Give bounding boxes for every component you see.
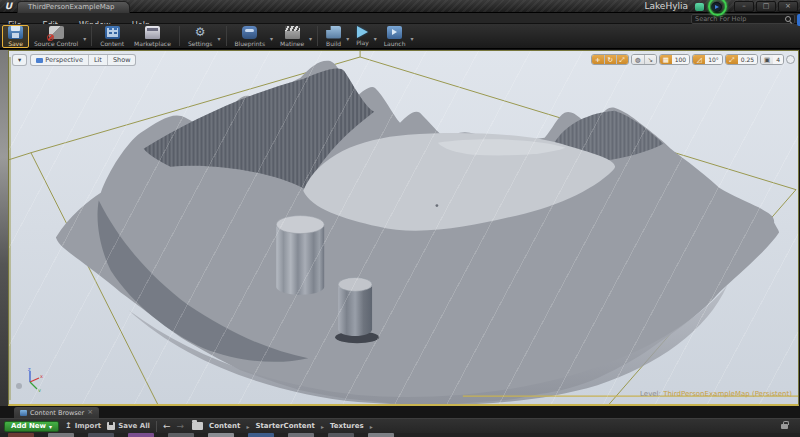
forward-button[interactable]: → <box>176 422 184 431</box>
camera-speed-group: ▣ 4 <box>760 54 784 65</box>
asset-thumbnail[interactable] <box>48 433 74 437</box>
save-all-button[interactable]: Save All <box>107 422 150 430</box>
path-folder-icon <box>192 422 203 430</box>
add-new-button[interactable]: Add New ▾ <box>4 421 59 432</box>
save-button[interactable]: Save <box>2 25 29 48</box>
minimize-button[interactable]: – <box>734 1 754 12</box>
camera-speed-button[interactable]: ▣ <box>761 55 773 64</box>
help-search-box[interactable] <box>691 14 795 24</box>
rotation-snap-value[interactable]: 10° <box>705 55 722 64</box>
toolbar-separator <box>226 26 227 46</box>
toolbar-separator <box>179 26 180 46</box>
content-browser-tab[interactable]: Content Browser × <box>14 407 99 418</box>
add-new-dropdown-icon: ▾ <box>49 423 52 430</box>
viewport-mode-group: Perspective Lit Show <box>30 54 136 66</box>
source-control-button[interactable]: Source Control <box>29 25 83 48</box>
landscape-terrain-render <box>9 51 798 406</box>
maximize-viewport-button[interactable] <box>786 55 795 64</box>
asset-thumbnail[interactable] <box>128 433 154 437</box>
marketplace-icon <box>145 26 160 39</box>
play-button[interactable]: Play <box>351 25 374 48</box>
source-control-dropdown-icon[interactable]: ▾ <box>83 35 86 48</box>
content-browser-icon <box>105 26 120 39</box>
close-button[interactable]: × <box>778 1 798 12</box>
back-button[interactable]: ← <box>163 422 171 431</box>
background-window-sliver <box>0 50 8 407</box>
scale-tool-button[interactable]: ⤢ <box>616 55 628 64</box>
import-button[interactable]: ↥ Import <box>65 422 101 430</box>
breadcrumb-separator-icon: ▸ <box>246 423 249 430</box>
viewport-options-dropdown-icon: ▾ <box>18 55 21 65</box>
coordinate-group: ◍ ↘ <box>631 54 657 65</box>
play-icon <box>357 26 368 38</box>
toolbar-separator <box>317 26 318 46</box>
grid-snap-toggle-button[interactable]: ▦ <box>660 55 672 64</box>
grid-snap-value[interactable]: 100 <box>672 55 689 64</box>
asset-thumbnail[interactable] <box>248 433 274 437</box>
asset-thumbnail[interactable] <box>208 433 234 437</box>
asset-thumbnail[interactable] <box>368 433 394 437</box>
lock-sources-icon[interactable] <box>781 424 788 429</box>
viewport-overlay-toolbar: ▾ Perspective Lit Show <box>12 54 136 66</box>
asset-thumbnail[interactable] <box>328 433 354 437</box>
transform-tools-group: + ↻ ⤢ <box>591 54 629 65</box>
marketplace-button[interactable]: Marketplace <box>129 25 176 48</box>
settings-dropdown-icon[interactable]: ▾ <box>217 35 220 48</box>
settings-gear-icon: ⚙ <box>193 26 208 39</box>
perspective-button[interactable]: Perspective <box>31 55 89 65</box>
play-dropdown-icon[interactable]: ▾ <box>374 35 377 48</box>
matinee-button[interactable]: Matinee <box>275 25 309 48</box>
map-document-tab[interactable]: ThirdPersonExampleMap <box>17 1 130 13</box>
breadcrumb-separator-icon: ▸ <box>370 423 373 430</box>
asset-thumbnail[interactable] <box>288 433 314 437</box>
toolbar-separator <box>156 421 157 432</box>
scale-snap-value[interactable]: 0.25 <box>738 55 757 64</box>
scale-snap-group: ⤢ 0.25 <box>725 54 758 65</box>
svg-text:z: z <box>28 366 31 372</box>
lit-button[interactable]: Lit <box>89 55 108 65</box>
title-bar: U ThirdPersonExampleMap LakeHylia – □ × <box>0 0 800 13</box>
grid-snap-group: ▦ 100 <box>659 54 690 65</box>
blueprints-dropdown-icon[interactable]: ▾ <box>270 35 273 48</box>
level-name[interactable]: ThirdPersonExampleMap (Persistent) <box>663 390 792 398</box>
blueprints-button[interactable]: Blueprints <box>230 25 271 48</box>
toolbar-separator <box>91 26 92 46</box>
content-browser-close-icon[interactable]: × <box>87 409 93 416</box>
build-button[interactable]: Build <box>321 25 346 48</box>
matinee-dropdown-icon[interactable]: ▾ <box>309 35 312 48</box>
asset-thumbnail[interactable] <box>8 433 34 437</box>
world-local-toggle-button[interactable]: ◍ <box>632 55 644 64</box>
level-label: Level: <box>640 390 661 398</box>
show-button[interactable]: Show <box>108 55 136 65</box>
help-search-input[interactable] <box>692 15 784 23</box>
rotate-tool-button[interactable]: ↻ <box>604 55 616 64</box>
surface-snap-button[interactable]: ↘ <box>644 55 656 64</box>
breadcrumb-content[interactable]: Content <box>209 422 240 430</box>
titlebar-green-icon[interactable] <box>695 3 704 11</box>
rotation-snap-toggle-button[interactable]: ◿ <box>693 55 705 64</box>
launch-button[interactable]: Launch <box>379 25 411 48</box>
asset-thumbnail[interactable] <box>168 433 194 437</box>
viewport-options-button[interactable]: ▾ <box>12 54 27 66</box>
build-dropdown-icon[interactable]: ▾ <box>346 35 349 48</box>
matinee-clapperboard-icon <box>285 26 300 39</box>
content-browser-tab-row: Content Browser × <box>0 406 800 418</box>
breadcrumb-startercontent[interactable]: StarterContent <box>255 422 314 430</box>
content-browser-tab-icon <box>20 410 27 416</box>
source-control-off-badge <box>47 34 54 41</box>
asset-thumbnail[interactable] <box>88 433 114 437</box>
settings-button[interactable]: ⚙ Settings <box>183 25 218 48</box>
save-icon <box>8 26 23 39</box>
move-tool-button[interactable]: + <box>592 55 604 64</box>
breadcrumb-textures[interactable]: Textures <box>330 422 364 430</box>
project-title: LakeHylia <box>644 1 688 12</box>
level-viewport[interactable]: ▾ Perspective Lit Show + ↻ ⤢ <box>8 50 799 406</box>
breadcrumb-separator-icon: ▸ <box>321 423 324 430</box>
scale-snap-toggle-button[interactable]: ⤢ <box>726 55 738 64</box>
content-button[interactable]: Content <box>95 25 129 48</box>
camera-speed-value[interactable]: 4 <box>773 55 783 64</box>
build-icon <box>326 26 341 39</box>
source-control-icon <box>49 26 64 39</box>
restore-button[interactable]: □ <box>756 1 776 12</box>
launch-dropdown-icon[interactable]: ▾ <box>410 35 413 48</box>
